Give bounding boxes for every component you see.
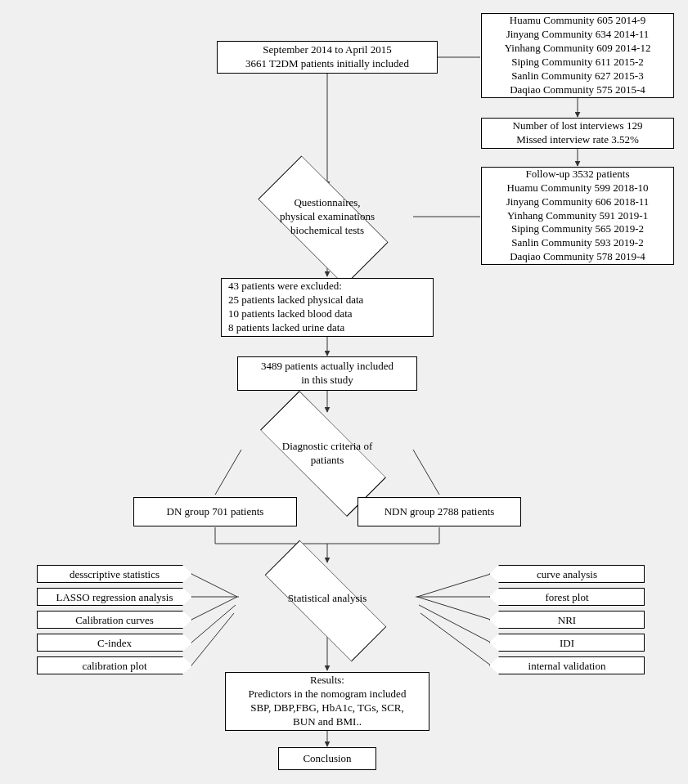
text: Daqiao Community 578 2019-4	[510, 250, 645, 264]
svg-line-17	[191, 613, 234, 665]
text: calibration plot	[82, 661, 146, 671]
excluded-box: 43 patients were excluded: 25 patients l…	[221, 278, 434, 337]
ndn-group-box: NDN group 2788 patients	[357, 497, 521, 526]
svg-line-9	[413, 450, 439, 495]
tag-curve-analysis: curve analysis	[489, 565, 645, 583]
text: Number of lost interviews 129	[513, 119, 643, 133]
tag-forest-plot: forest plot	[489, 588, 645, 606]
followup-box: Follow-up 3532 patients Huamu Community …	[481, 167, 674, 265]
text: DN group 701 patients	[167, 505, 264, 519]
tag-calibration-curves: Calibration curves	[37, 611, 192, 629]
text: Jinyang Community 634 2014-11	[506, 28, 650, 42]
text: LASSO regression analysis	[56, 592, 173, 603]
text: in this study	[301, 374, 353, 388]
text: September 2014 to April 2015	[263, 43, 391, 57]
text: Calibration curves	[75, 615, 154, 625]
text: desscriptive statistics	[70, 569, 160, 580]
inclusion-box: September 2014 to April 2015 3661 T2DM p…	[217, 41, 438, 74]
svg-line-22	[420, 613, 491, 665]
text: Sanlin Community 593 2019-2	[511, 236, 643, 250]
tag-internal-validation: internal validation	[489, 656, 645, 674]
text: SBP, DBP,FBG, HbA1c, TGs, SCR,	[250, 701, 404, 715]
stat-diamond	[265, 540, 386, 661]
svg-line-21	[419, 605, 491, 643]
text: 3661 T2DM patients initially included	[245, 57, 409, 71]
actually-included-box: 3489 patients actually included in this …	[237, 356, 417, 391]
text: Huamu Community 605 2014-9	[510, 14, 645, 28]
text: Yinhang Community 609 2014-12	[505, 42, 651, 56]
text: Conclusion	[303, 752, 351, 766]
svg-line-18	[417, 574, 491, 597]
text: 3489 patients actually included	[261, 360, 393, 374]
text: Follow-up 3532 patients	[525, 168, 629, 181]
text: Predictors in the nomogram included	[249, 688, 407, 701]
svg-line-15	[191, 597, 237, 620]
text: C-index	[97, 638, 132, 648]
questionnaires-diamond	[258, 155, 388, 285]
text: Results:	[310, 674, 344, 688]
dn-group-box: DN group 701 patients	[133, 497, 297, 526]
text: curve analysis	[537, 569, 597, 580]
text: Yinhang Community 591 2019-1	[507, 209, 648, 223]
initial-communities-box: Huamu Community 605 2014-9 Jinyang Commu…	[481, 13, 674, 98]
text: 10 patients lacked blood data	[228, 307, 353, 321]
text: Sanlin Community 627 2015-3	[511, 69, 643, 83]
text: Siping Community 611 2015-2	[511, 56, 644, 69]
text: Jinyang Community 606 2018-11	[506, 195, 650, 209]
svg-line-20	[417, 597, 491, 620]
text: Missed interview rate 3.52%	[516, 133, 638, 147]
text: internal validation	[528, 661, 606, 671]
text: Huamu Community 599 2018-10	[507, 181, 649, 195]
text: NDN group 2788 patients	[384, 505, 495, 519]
text: IDI	[560, 638, 574, 648]
tag-calibration-plot: calibration plot	[37, 656, 192, 674]
text: Daqiao Community 575 2015-4	[510, 83, 645, 97]
tag-nri: NRI	[489, 611, 645, 629]
tag-idi: IDI	[489, 634, 645, 652]
text: 8 patients lacked urine data	[228, 321, 344, 335]
lost-interviews-box: Number of lost interviews 129 Missed int…	[481, 118, 674, 149]
conclusion-box: Conclusion	[278, 747, 376, 770]
text: forest plot	[545, 592, 588, 603]
tag-c-index: C-index	[37, 634, 192, 652]
results-box: Results: Predictors in the nomogram incl…	[225, 672, 429, 731]
text: BUN and BMI..	[293, 715, 362, 729]
tag-lasso: LASSO regression analysis	[37, 588, 192, 606]
text: 25 patients lacked physical data	[228, 293, 363, 307]
text: NRI	[558, 615, 576, 625]
svg-line-13	[191, 574, 237, 597]
tag-descriptive: desscriptive statistics	[37, 565, 192, 583]
text: 43 patients were excluded:	[228, 280, 342, 293]
svg-line-8	[215, 450, 241, 495]
text: Siping Community 565 2019-2	[511, 222, 644, 236]
svg-line-16	[191, 605, 236, 643]
